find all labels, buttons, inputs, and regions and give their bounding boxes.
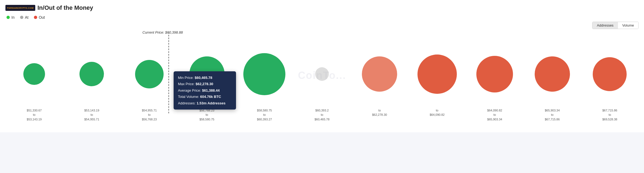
price-range-to-2: to — [148, 113, 151, 117]
price-range-to-6: to — [378, 108, 381, 113]
price-range-col-10: $67,715.86to$69,528.38 — [581, 108, 639, 122]
logo-text: PARSIANCRYPTO.COM — [7, 7, 34, 9]
bubble-8[interactable] — [476, 56, 513, 92]
price-range-line2-6: $62,278.30 — [372, 113, 387, 117]
price-range-line1-2: $54,955.71 — [142, 108, 157, 113]
legend-item-at: At — [20, 15, 28, 20]
price-range-line2-4: $60,393.27 — [257, 117, 272, 122]
price-range-col-4: $58,580.75to$60,393.27 — [236, 108, 293, 122]
price-range-to-4: to — [263, 113, 266, 117]
price-range-line2-1: $54,955.71 — [84, 117, 99, 122]
price-range-line1-10: $67,715.86 — [602, 108, 617, 113]
tooltip-min: Min Price: $60,465.78 — [178, 75, 232, 81]
bubble-4[interactable] — [243, 53, 285, 95]
bubble-col-10 — [581, 39, 639, 109]
price-range-to-10: to — [608, 113, 611, 117]
logo: PARSIANCRYPTO.COM — [5, 5, 35, 11]
tooltip-addr: Addresses: 1.53m Addresses — [178, 100, 232, 106]
legend-label-in: In — [11, 15, 15, 20]
legend-row: In At Out — [5, 15, 639, 20]
tooltip: Min Price: $60,465.78 Max Price: $62,278… — [174, 71, 236, 110]
price-range-col-9: $65,903.34to$67,715.86 — [524, 108, 581, 122]
price-range-line1-9: $65,903.34 — [545, 108, 560, 113]
bubble-7[interactable] — [417, 55, 457, 94]
current-price-label: Current Price: $60,398.88 — [142, 30, 183, 34]
price-range-to-7: to — [436, 108, 438, 113]
price-range-to-8: to — [493, 113, 496, 117]
bubble-9[interactable] — [535, 56, 570, 92]
legend-dot-in — [7, 16, 10, 19]
bubble-col-8 — [466, 39, 524, 109]
tooltip-max: Max Price: $62,278.30 — [178, 81, 232, 87]
bubble-2[interactable] — [135, 60, 164, 88]
price-range-to-1: to — [91, 113, 93, 117]
page-title: In/Out of the Money — [37, 4, 93, 11]
bubble-col-4 — [236, 39, 293, 109]
tooltip-vol: Total Volume: 604.76k BTC — [178, 94, 232, 100]
legend-dot-out — [34, 16, 37, 19]
bubble-1[interactable] — [79, 62, 104, 86]
bubble-col-9 — [524, 39, 581, 109]
price-range-col-1: $53,143.19to$54,955.71 — [63, 108, 120, 122]
legend-item-in: In — [7, 15, 15, 20]
legend-item-out: Out — [34, 15, 45, 20]
price-range-col-7: to$64,090.82 — [408, 108, 466, 122]
bubble-col-7 — [408, 39, 466, 109]
price-range-line2-0: $53,143.19 — [27, 117, 42, 122]
price-range-row: $51,330.67to$53,143.19$53,143.19to$54,95… — [5, 108, 639, 122]
price-range-to-0: to — [33, 113, 36, 117]
bubble-col-2 — [120, 39, 178, 109]
legend-dot-at — [20, 16, 23, 19]
price-range-line2-5: $60,465.78 — [315, 117, 330, 122]
legend-label-at: At — [25, 15, 28, 20]
price-range-col-2: $54,955.71to$56,768.23 — [120, 108, 178, 122]
price-range-line1-4: $58,580.75 — [257, 108, 272, 113]
page-wrapper: PARSIANCRYPTO.COM In/Out of the Money In… — [0, 0, 644, 132]
price-range-line2-2: $56,768.23 — [142, 117, 157, 122]
price-range-line1-8: $64,090.82 — [487, 108, 502, 113]
title-row: PARSIANCRYPTO.COM In/Out of the Money — [5, 4, 639, 11]
price-range-to-5: to — [321, 113, 323, 117]
price-range-line2-8: $65,903.34 — [487, 117, 502, 122]
bubble-5[interactable] — [315, 67, 329, 81]
price-range-col-5: $60,393.2to$60,465.78 — [293, 108, 351, 122]
price-range-line2-10: $69,528.38 — [602, 117, 617, 122]
price-range-to-9: to — [551, 113, 553, 117]
price-range-col-8: $64,090.82to$65,903.34 — [466, 108, 524, 122]
price-range-line2-7: $64,090.82 — [430, 113, 445, 117]
price-range-col-3: $56,768.23to$58,580.75 — [178, 108, 236, 122]
price-range-line1-5: $60,393.2 — [315, 108, 329, 113]
bubble-col-5 — [293, 39, 351, 109]
bubble-6[interactable] — [362, 56, 397, 92]
price-range-col-6: to$62,278.30 — [351, 108, 408, 122]
chart-area: Current Price: $60,398.88 CoinTo... $51,… — [5, 24, 639, 127]
price-range-line2-3: $58,580.75 — [199, 117, 214, 122]
price-range-line2-9: $67,715.86 — [545, 117, 560, 122]
bubble-col-0 — [5, 39, 63, 109]
bubble-col-1 — [63, 39, 120, 109]
price-range-to-3: to — [206, 113, 208, 117]
bubble-10[interactable] — [593, 57, 627, 91]
legend-label-out: Out — [39, 15, 45, 20]
bubble-col-6 — [351, 39, 408, 109]
tooltip-avg: Average Price: $61,388.44 — [178, 87, 232, 94]
price-range-line1-0: $51,330.67 — [27, 108, 42, 113]
price-range-line1-1: $53,143.19 — [84, 108, 99, 113]
price-range-col-0: $51,330.67to$53,143.19 — [5, 108, 63, 122]
bubble-0[interactable] — [23, 63, 45, 85]
bubbles-row — [5, 39, 639, 109]
